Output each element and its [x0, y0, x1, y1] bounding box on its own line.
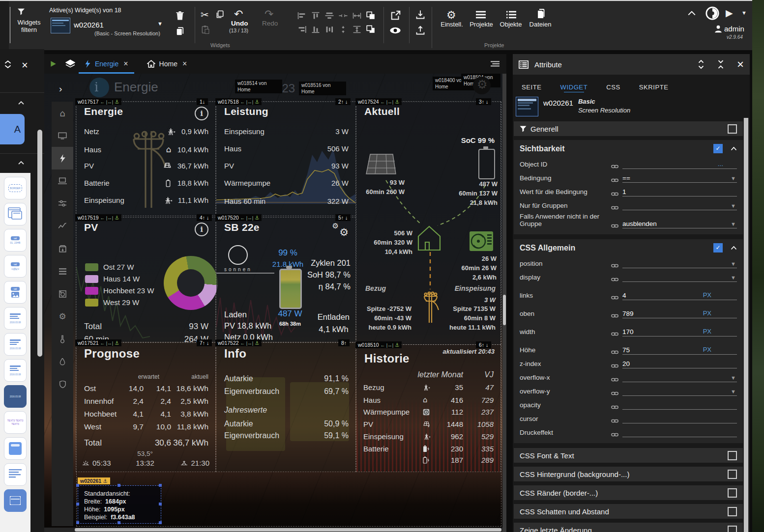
- nav-home-icon[interactable]: ⌂: [52, 102, 73, 124]
- nav-display-icon[interactable]: [52, 124, 73, 147]
- projects-button[interactable]: Projekte: [466, 21, 497, 28]
- files-button[interactable]: Dateien: [525, 21, 556, 28]
- expand-vertical-icon[interactable]: [698, 60, 705, 69]
- send-back-icon[interactable]: [366, 25, 376, 33]
- list-icon[interactable]: [506, 11, 516, 19]
- widget-aktuell[interactable]: Aktuell SoC 99 % 93 W60min 260 W 487 W60…: [356, 102, 500, 344]
- h-scrollbar-thumb[interactable]: [75, 528, 501, 532]
- user-name[interactable]: admin: [724, 25, 744, 33]
- link-icon[interactable]: [611, 178, 618, 183]
- nav-laptop-icon[interactable]: [52, 169, 73, 192]
- info-icon[interactable]: i: [195, 107, 208, 120]
- palette-tile-date-2[interactable]: 2016.03.08: [4, 333, 27, 356]
- selected-widget-chip[interactable]: w020261 ⚓: [78, 477, 110, 484]
- widget-leistung[interactable]: Leistung Einspeisung3 W Haus506 W PV93 W…: [216, 102, 355, 216]
- link-icon[interactable]: [611, 295, 618, 300]
- selected-widget[interactable]: Standardansicht: Breite: 1684px Höhe: 10…: [78, 485, 161, 524]
- section-letzte-aenderung[interactable]: Zeige letzte Änderung: [514, 523, 743, 532]
- file-icon[interactable]: [536, 8, 547, 20]
- selected-widget-id[interactable]: w020261: [74, 21, 104, 29]
- css-hintergrund-checkbox[interactable]: [728, 470, 737, 479]
- resize-handle[interactable]: [118, 484, 120, 487]
- widget-order-badge[interactable]: 6↑ ↓: [476, 341, 491, 348]
- link-icon[interactable]: [611, 224, 618, 228]
- palette-tile-window[interactable]: [4, 203, 27, 225]
- link-icon[interactable]: [611, 377, 618, 382]
- widget-prognose[interactable]: Prognose erwartetaktuell Ost14,014,118,6…: [76, 343, 215, 472]
- palette-tile-val-state[interactable]: val01, 23HB: [4, 229, 27, 252]
- align-top-icon[interactable]: [311, 12, 321, 20]
- cut-icon[interactable]: ✂: [201, 9, 209, 21]
- opacity-input[interactable]: [622, 400, 737, 410]
- filter-icon[interactable]: [17, 8, 26, 16]
- distribute-vertical-icon[interactable]: [338, 26, 348, 33]
- copy-icon[interactable]: [215, 10, 224, 19]
- v-scrollbar-track[interactable]: [502, 74, 506, 532]
- link-icon[interactable]: [611, 313, 618, 318]
- link-icon[interactable]: [611, 364, 618, 368]
- palette-scrollbar[interactable]: [37, 130, 42, 357]
- letzte-aenderung-checkbox[interactable]: [728, 526, 737, 532]
- align-bottom-icon[interactable]: [311, 26, 321, 33]
- overflow-x-select[interactable]: ▼: [622, 372, 737, 382]
- widgets-filter-button[interactable]: Widgets filtern: [13, 19, 45, 33]
- open-external-icon[interactable]: [390, 10, 401, 21]
- page-gear-icon[interactable]: ⚙: [477, 78, 488, 91]
- tab-home[interactable]: Home ×: [141, 54, 193, 74]
- cursor-input[interactable]: [622, 414, 737, 423]
- settings-button[interactable]: Einstell.: [437, 21, 467, 28]
- nav-box-icon[interactable]: [52, 237, 73, 260]
- oben-input[interactable]: 789PX: [622, 308, 737, 318]
- nav-washer-icon[interactable]: [52, 282, 73, 305]
- widget-thumbnail[interactable]: [51, 18, 70, 33]
- run-caret-icon[interactable]: ▼: [741, 10, 747, 16]
- info-icon[interactable]: i: [195, 223, 208, 236]
- align-right-icon[interactable]: [297, 26, 307, 33]
- tab-skripte[interactable]: SKRIPTE: [639, 84, 669, 91]
- zindex-input[interactable]: 20: [622, 359, 737, 368]
- widget-energie[interactable]: Energie i Netz0,9 kWh Haus⌂10,4 kWh PV36…: [76, 102, 215, 216]
- druckeffekt-input[interactable]: [622, 427, 737, 437]
- run-page-icon[interactable]: [44, 60, 62, 67]
- widget-order-badge[interactable]: 3↑ ↓: [476, 98, 491, 105]
- contrast-icon[interactable]: [705, 6, 720, 21]
- eye-icon[interactable]: [389, 26, 401, 35]
- match-height-icon[interactable]: [352, 26, 362, 33]
- nav-grid-icon[interactable]: [52, 260, 73, 282]
- download-icon[interactable]: [415, 10, 425, 20]
- css-allgemein-checkbox[interactable]: ✓: [713, 243, 723, 252]
- gears-icon-2[interactable]: ⚙: [339, 226, 349, 238]
- css-font-checkbox[interactable]: [728, 451, 737, 460]
- links-input[interactable]: 4PX: [622, 290, 737, 300]
- widget-order-badge[interactable]: 5↑ ↓: [335, 214, 351, 221]
- link-icon[interactable]: [611, 192, 618, 196]
- palette-tile-lines[interactable]: [4, 463, 27, 486]
- section-collapse-icon[interactable]: [18, 100, 25, 105]
- widget-order-badge[interactable]: 8↑: [338, 339, 350, 346]
- attr-scrollbar-track[interactable]: [743, 118, 749, 532]
- sichtbarkeit-checkbox[interactable]: ✓: [713, 144, 723, 153]
- widget-order-badge[interactable]: 1↓: [197, 98, 208, 105]
- section-generell[interactable]: Generell: [514, 121, 743, 136]
- nav-thermometer-icon[interactable]: [52, 328, 73, 350]
- gear-icon[interactable]: ⚙: [446, 9, 456, 21]
- objects-button[interactable]: Objekte: [496, 21, 526, 28]
- wert-input[interactable]: 1: [622, 187, 737, 196]
- falls-anwender-select[interactable]: ausblenden▼: [622, 219, 737, 228]
- palette-tile-date-3[interactable]: 2016.03.08: [4, 359, 27, 382]
- css-raender-checkbox[interactable]: [728, 488, 737, 498]
- hoehe-input[interactable]: 75PX: [622, 345, 737, 355]
- css-schatten-checkbox[interactable]: [728, 507, 737, 516]
- section-css-hintergrund[interactable]: CSS Hintergrund (background-...): [514, 467, 743, 481]
- attr-scrollbar-thumb[interactable]: [744, 118, 748, 532]
- play-icon[interactable]: ▶: [726, 7, 733, 18]
- link-icon[interactable]: [611, 350, 618, 355]
- distribute-horizontal-icon[interactable]: [338, 12, 348, 20]
- link-icon[interactable]: [611, 391, 618, 396]
- link-icon[interactable]: [611, 332, 618, 336]
- trash-icon[interactable]: [175, 10, 185, 21]
- position-select[interactable]: ▼: [622, 258, 737, 268]
- palette-tile-large[interactable]: A: [0, 114, 25, 144]
- bedingung-select[interactable]: ==▼: [622, 173, 737, 183]
- collapse-vertical-icon[interactable]: [717, 60, 724, 69]
